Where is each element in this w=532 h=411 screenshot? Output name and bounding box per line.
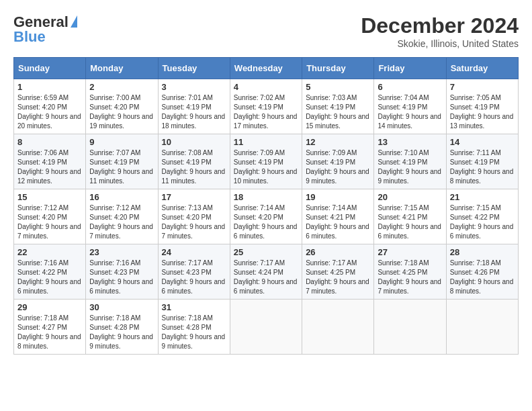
calendar-day-cell: 16 Sunrise: 7:12 AM Sunset: 4:20 PM Dayl… — [86, 189, 158, 244]
day-number: 11 — [234, 137, 298, 147]
col-thursday: Thursday — [302, 58, 374, 79]
day-info: Sunrise: 7:08 AM Sunset: 4:19 PM Dayligh… — [162, 148, 226, 186]
day-info: Sunrise: 7:12 AM Sunset: 4:20 PM Dayligh… — [17, 203, 82, 241]
calendar-day-cell: 14 Sunrise: 7:11 AM Sunset: 4:19 PM Dayl… — [446, 134, 518, 189]
calendar-day-cell: 20 Sunrise: 7:15 AM Sunset: 4:21 PM Dayl… — [374, 189, 446, 244]
day-number: 6 — [378, 82, 442, 92]
location-subtitle: Skokie, Illinois, United States — [361, 38, 519, 49]
calendar-day-cell: 5 Sunrise: 7:03 AM Sunset: 4:19 PM Dayli… — [302, 79, 374, 134]
calendar-day-cell — [302, 300, 374, 355]
day-info: Sunrise: 7:17 AM Sunset: 4:23 PM Dayligh… — [162, 259, 226, 296]
calendar-week-3: 15 Sunrise: 7:12 AM Sunset: 4:20 PM Dayl… — [14, 189, 519, 244]
calendar-day-cell: 28 Sunrise: 7:18 AM Sunset: 4:26 PM Dayl… — [446, 244, 518, 300]
logo-blue-text: Blue — [13, 28, 46, 46]
calendar-day-cell — [446, 300, 518, 355]
day-info: Sunrise: 7:13 AM Sunset: 4:20 PM Dayligh… — [162, 203, 226, 241]
day-number: 9 — [89, 137, 154, 147]
day-number: 14 — [450, 137, 515, 147]
calendar-day-cell: 29 Sunrise: 7:18 AM Sunset: 4:27 PM Dayl… — [14, 300, 86, 355]
day-info: Sunrise: 7:09 AM Sunset: 4:19 PM Dayligh… — [306, 148, 370, 186]
day-info: Sunrise: 7:09 AM Sunset: 4:19 PM Dayligh… — [234, 148, 298, 186]
calendar-day-cell: 13 Sunrise: 7:10 AM Sunset: 4:19 PM Dayl… — [374, 134, 446, 189]
calendar-day-cell: 18 Sunrise: 7:14 AM Sunset: 4:20 PM Dayl… — [230, 189, 302, 244]
day-info: Sunrise: 7:18 AM Sunset: 4:28 PM Dayligh… — [162, 314, 226, 351]
day-info: Sunrise: 7:02 AM Sunset: 4:19 PM Dayligh… — [234, 93, 298, 131]
day-number: 18 — [234, 192, 298, 202]
day-info: Sunrise: 7:18 AM Sunset: 4:25 PM Dayligh… — [378, 259, 442, 296]
calendar-day-cell: 26 Sunrise: 7:17 AM Sunset: 4:25 PM Dayl… — [302, 244, 374, 300]
calendar-day-cell: 19 Sunrise: 7:14 AM Sunset: 4:21 PM Dayl… — [302, 189, 374, 244]
day-number: 23 — [89, 247, 154, 257]
day-number: 30 — [89, 302, 154, 312]
month-title: December 2024 — [361, 13, 519, 38]
day-info: Sunrise: 7:17 AM Sunset: 4:25 PM Dayligh… — [306, 259, 370, 296]
calendar-day-cell: 15 Sunrise: 7:12 AM Sunset: 4:20 PM Dayl… — [14, 189, 86, 244]
day-info: Sunrise: 7:15 AM Sunset: 4:22 PM Dayligh… — [450, 203, 515, 241]
day-number: 8 — [17, 137, 82, 147]
col-monday: Monday — [86, 58, 158, 79]
day-number: 3 — [162, 82, 226, 92]
day-number: 16 — [89, 192, 154, 202]
day-info: Sunrise: 6:59 AM Sunset: 4:20 PM Dayligh… — [17, 93, 82, 131]
day-number: 28 — [450, 247, 515, 257]
day-number: 27 — [378, 247, 442, 257]
day-info: Sunrise: 7:16 AM Sunset: 4:22 PM Dayligh… — [17, 259, 82, 296]
day-info: Sunrise: 7:07 AM Sunset: 4:19 PM Dayligh… — [89, 148, 154, 186]
calendar-day-cell: 22 Sunrise: 7:16 AM Sunset: 4:22 PM Dayl… — [14, 244, 86, 300]
calendar-day-cell: 23 Sunrise: 7:16 AM Sunset: 4:23 PM Dayl… — [86, 244, 158, 300]
day-info: Sunrise: 7:17 AM Sunset: 4:24 PM Dayligh… — [234, 259, 298, 296]
day-info: Sunrise: 7:03 AM Sunset: 4:19 PM Dayligh… — [306, 93, 370, 131]
day-info: Sunrise: 7:11 AM Sunset: 4:19 PM Dayligh… — [450, 148, 515, 186]
calendar-day-cell: 3 Sunrise: 7:01 AM Sunset: 4:19 PM Dayli… — [158, 79, 230, 134]
day-info: Sunrise: 7:18 AM Sunset: 4:26 PM Dayligh… — [450, 259, 515, 296]
day-number: 29 — [17, 302, 82, 312]
day-number: 21 — [450, 192, 515, 202]
calendar-day-cell — [374, 300, 446, 355]
day-number: 5 — [306, 82, 370, 92]
day-number: 10 — [162, 137, 226, 147]
col-wednesday: Wednesday — [230, 58, 302, 79]
calendar-day-cell: 12 Sunrise: 7:09 AM Sunset: 4:19 PM Dayl… — [302, 134, 374, 189]
calendar-day-cell: 11 Sunrise: 7:09 AM Sunset: 4:19 PM Dayl… — [230, 134, 302, 189]
logo: General Blue — [13, 13, 77, 46]
calendar-day-cell: 21 Sunrise: 7:15 AM Sunset: 4:22 PM Dayl… — [446, 189, 518, 244]
day-number: 2 — [89, 82, 154, 92]
day-info: Sunrise: 7:14 AM Sunset: 4:20 PM Dayligh… — [234, 203, 298, 241]
calendar-day-cell: 24 Sunrise: 7:17 AM Sunset: 4:23 PM Dayl… — [158, 244, 230, 300]
calendar-week-1: 1 Sunrise: 6:59 AM Sunset: 4:20 PM Dayli… — [14, 79, 519, 134]
day-number: 31 — [162, 302, 226, 312]
calendar-day-cell: 10 Sunrise: 7:08 AM Sunset: 4:19 PM Dayl… — [158, 134, 230, 189]
day-number: 1 — [17, 82, 82, 92]
day-number: 15 — [17, 192, 82, 202]
calendar-day-cell: 8 Sunrise: 7:06 AM Sunset: 4:19 PM Dayli… — [14, 134, 86, 189]
day-number: 24 — [162, 247, 226, 257]
calendar-day-cell — [230, 300, 302, 355]
day-info: Sunrise: 7:18 AM Sunset: 4:28 PM Dayligh… — [89, 314, 154, 351]
page-header: General Blue December 2024 Skokie, Illin… — [13, 13, 519, 49]
day-info: Sunrise: 7:00 AM Sunset: 4:20 PM Dayligh… — [89, 93, 154, 131]
col-friday: Friday — [374, 58, 446, 79]
day-number: 12 — [306, 137, 370, 147]
day-number: 26 — [306, 247, 370, 257]
day-number: 25 — [234, 247, 298, 257]
day-number: 7 — [450, 82, 515, 92]
calendar-day-cell: 7 Sunrise: 7:05 AM Sunset: 4:19 PM Dayli… — [446, 79, 518, 134]
calendar-day-cell: 6 Sunrise: 7:04 AM Sunset: 4:19 PM Dayli… — [374, 79, 446, 134]
calendar-day-cell: 1 Sunrise: 6:59 AM Sunset: 4:20 PM Dayli… — [14, 79, 86, 134]
col-sunday: Sunday — [14, 58, 86, 79]
calendar-day-cell: 27 Sunrise: 7:18 AM Sunset: 4:25 PM Dayl… — [374, 244, 446, 300]
col-tuesday: Tuesday — [158, 58, 230, 79]
calendar-day-cell: 25 Sunrise: 7:17 AM Sunset: 4:24 PM Dayl… — [230, 244, 302, 300]
day-number: 17 — [162, 192, 226, 202]
calendar-day-cell: 17 Sunrise: 7:13 AM Sunset: 4:20 PM Dayl… — [158, 189, 230, 244]
calendar-day-cell: 2 Sunrise: 7:00 AM Sunset: 4:20 PM Dayli… — [86, 79, 158, 134]
day-number: 22 — [17, 247, 82, 257]
calendar-day-cell: 30 Sunrise: 7:18 AM Sunset: 4:28 PM Dayl… — [86, 300, 158, 355]
calendar-day-cell: 9 Sunrise: 7:07 AM Sunset: 4:19 PM Dayli… — [86, 134, 158, 189]
calendar-week-2: 8 Sunrise: 7:06 AM Sunset: 4:19 PM Dayli… — [14, 134, 519, 189]
day-number: 20 — [378, 192, 442, 202]
calendar-week-5: 29 Sunrise: 7:18 AM Sunset: 4:27 PM Dayl… — [14, 300, 519, 355]
day-info: Sunrise: 7:10 AM Sunset: 4:19 PM Dayligh… — [378, 148, 442, 186]
title-area: December 2024 Skokie, Illinois, United S… — [361, 13, 519, 49]
day-number: 13 — [378, 137, 442, 147]
